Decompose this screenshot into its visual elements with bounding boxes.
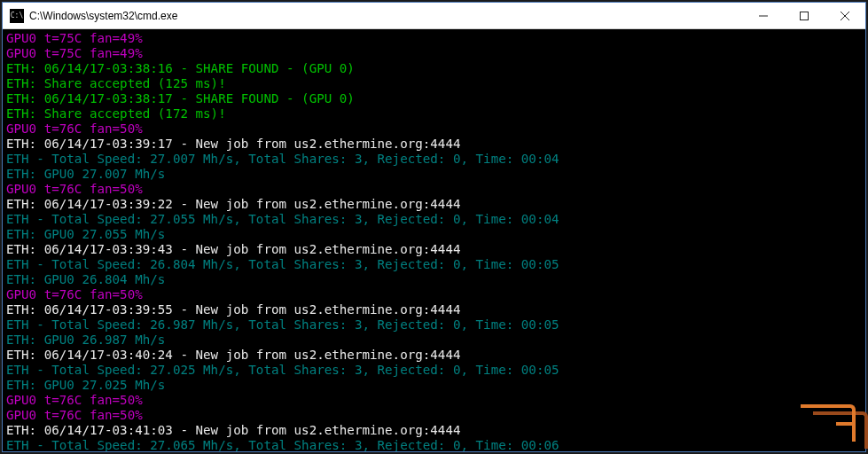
console-line: ETH: 06/14/17-03:39:17 - New job from us… bbox=[6, 137, 862, 152]
console-line: ETH: 06/14/17-03:40:24 - New job from us… bbox=[6, 348, 862, 363]
console-line: ETH - Total Speed: 27.007 Mh/s, Total Sh… bbox=[6, 152, 862, 167]
watermark-shape-notch bbox=[836, 422, 856, 426]
window-title: C:\Windows\system32\cmd.exe bbox=[29, 10, 743, 22]
console-line: ETH: 06/14/17-03:39:55 - New job from us… bbox=[6, 302, 862, 317]
close-icon bbox=[841, 12, 849, 20]
window-controls bbox=[743, 3, 865, 28]
console-line: ETH: GPU0 27.025 Mh/s bbox=[6, 378, 862, 393]
cmd-icon: C:\ bbox=[10, 9, 24, 23]
console-line: GPU0 t=76C fan=50% bbox=[6, 408, 862, 423]
cmd-icon-label: C:\ bbox=[11, 12, 23, 20]
console-line: ETH - Total Speed: 27.055 Mh/s, Total Sh… bbox=[6, 212, 862, 227]
console-line: ETH: Share accepted (125 ms)! bbox=[6, 76, 862, 91]
console-line: ETH: GPU0 27.055 Mh/s bbox=[6, 227, 862, 242]
console-line: ETH: 06/14/17-03:41:03 - New job from us… bbox=[6, 423, 862, 438]
console-line: GPU0 t=75C fan=49% bbox=[6, 46, 862, 61]
console-line: ETH: GPU0 26.987 Mh/s bbox=[6, 333, 862, 348]
titlebar[interactable]: C:\ C:\Windows\system32\cmd.exe bbox=[3, 3, 865, 29]
maximize-button[interactable] bbox=[784, 3, 825, 28]
console-line: ETH: 06/14/17-03:39:43 - New job from us… bbox=[6, 242, 862, 257]
console-line: GPU0 t=76C fan=50% bbox=[6, 182, 862, 197]
site-watermark bbox=[792, 404, 868, 449]
console-line: ETH: 06/14/17-03:38:16 - SHARE FOUND - (… bbox=[6, 61, 862, 76]
console-line: ETH - Total Speed: 27.025 Mh/s, Total Sh… bbox=[6, 363, 862, 378]
console-line: ETH: 06/14/17-03:38:17 - SHARE FOUND - (… bbox=[6, 91, 862, 106]
cmd-window: C:\ C:\Windows\system32\cmd.exe GPU0 t=7… bbox=[2, 2, 866, 452]
console-line: ETH: 06/14/17-03:39:22 - New job from us… bbox=[6, 197, 862, 212]
svg-rect-0 bbox=[801, 12, 809, 20]
console-line: ETH: GPU0 26.804 Mh/s bbox=[6, 272, 862, 287]
minimize-icon bbox=[759, 12, 768, 20]
console-line: ETH - Total Speed: 27.065 Mh/s, Total Sh… bbox=[6, 438, 862, 451]
console-line: GPU0 t=76C fan=50% bbox=[6, 393, 862, 408]
console-line: GPU0 t=76C fan=50% bbox=[6, 287, 862, 302]
console-output[interactable]: GPU0 t=75C fan=49%GPU0 t=75C fan=49%ETH:… bbox=[3, 29, 865, 451]
console-line: ETH - Total Speed: 26.987 Mh/s, Total Sh… bbox=[6, 317, 862, 333]
console-line: ETH: Share accepted (172 ms)! bbox=[6, 106, 862, 121]
minimize-button[interactable] bbox=[743, 3, 784, 28]
close-button[interactable] bbox=[825, 3, 865, 28]
console-line: ETH - Total Speed: 26.804 Mh/s, Total Sh… bbox=[6, 257, 862, 272]
maximize-icon bbox=[800, 12, 809, 20]
console-line: GPU0 t=75C fan=49% bbox=[6, 31, 862, 46]
console-line: GPU0 t=76C fan=50% bbox=[6, 121, 862, 137]
console-line: ETH: GPU0 27.007 Mh/s bbox=[6, 167, 862, 182]
